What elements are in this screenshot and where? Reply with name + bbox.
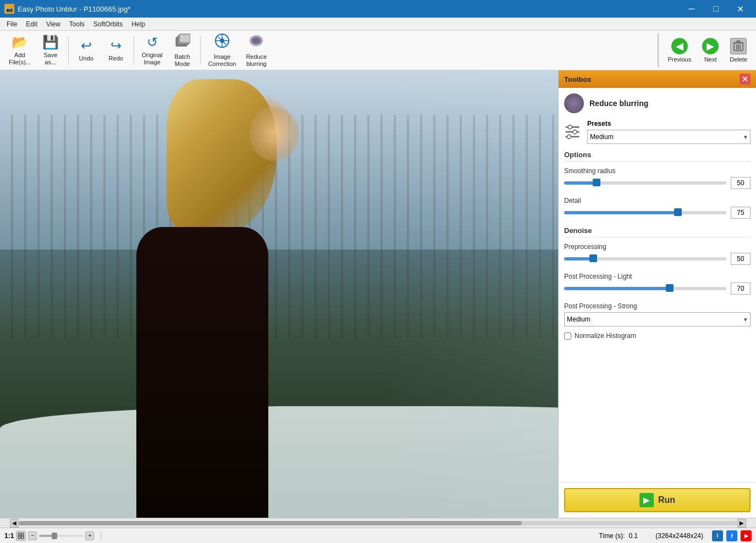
zoom-out-button[interactable]: − (28, 531, 37, 540)
post-light-track[interactable] (564, 287, 726, 290)
scroll-right-button[interactable]: ▶ (737, 519, 746, 528)
preprocessing-label: Preprocessing (564, 243, 751, 251)
save-icon: 💾 (42, 35, 59, 50)
add-files-button[interactable]: 📂 AddFile(s)... (4, 34, 35, 68)
smoothing-radius-track[interactable] (564, 181, 726, 185)
detail-fill (564, 211, 678, 214)
maximize-button[interactable]: □ (704, 0, 727, 18)
run-icon: ▶ (639, 493, 654, 507)
zoom-in-button[interactable]: + (85, 531, 94, 540)
redo-icon: ↪ (111, 38, 122, 53)
smoothing-radius-thumb[interactable] (593, 179, 600, 186)
menu-edit[interactable]: Edit (21, 19, 42, 29)
reduce-blurring-label: Reduceblurring (246, 53, 267, 68)
post-strong-label: Post Processing - Strong (564, 302, 751, 310)
detail-value[interactable]: 75 (731, 207, 751, 219)
facebook-icon[interactable]: f (726, 530, 737, 541)
menu-softorbits[interactable]: SoftOrbits (89, 19, 127, 29)
smoothing-radius-label: Smoothing radius (564, 167, 751, 175)
post-light-thumb[interactable] (666, 284, 674, 292)
image-correction-button[interactable]: ImageCorrection (204, 34, 241, 68)
horizontal-scrollbar: ◀ ▶ (0, 518, 756, 528)
next-button[interactable]: ▶ Next (698, 36, 723, 65)
normalize-histogram-row: Normalize Histogram (564, 332, 751, 340)
toolbar-right: ◀ Previous ▶ Next Delete (658, 34, 752, 68)
original-image-button[interactable]: ↺ OriginalImage (137, 34, 167, 68)
presets-select[interactable]: Medium Low High Custom (587, 130, 751, 144)
titlebar-left: 📷 Easy Photo Unblur - P1100665.jpg* (4, 4, 130, 14)
status-time-label: Time (s): 0.1 (599, 532, 638, 540)
app-title: Easy Photo Unblur - P1100665.jpg* (18, 5, 130, 13)
youtube-icon[interactable]: ▶ (741, 530, 752, 541)
normalize-histogram-label[interactable]: Normalize Histogram (575, 332, 636, 340)
detail-label: Detail (564, 197, 751, 204)
menu-file[interactable]: File (2, 19, 21, 29)
detail-track[interactable] (564, 211, 726, 214)
toolbar-sep-3 (200, 36, 201, 65)
undo-icon: ↩ (81, 38, 92, 53)
post-strong-row: Post Processing - Strong Medium Low High… (564, 302, 751, 326)
preprocessing-thumb[interactable] (589, 254, 597, 262)
scroll-track[interactable] (19, 521, 737, 525)
zoom-controls: 1:1 − + (4, 531, 101, 541)
run-label: Run (658, 495, 675, 505)
reduce-blur-icon (564, 93, 584, 113)
delete-icon (730, 38, 747, 54)
toolbox-panel: Toolbox ✕ Reduce blurring (558, 70, 756, 518)
redo-button[interactable]: ↪ Redo (102, 34, 130, 68)
presets-select-wrapper: Medium Low High Custom ▼ (587, 130, 751, 144)
toolbar: 📂 AddFile(s)... 💾 Saveas... ↩ Undo ↪ Red… (0, 31, 756, 70)
run-section: ▶ Run (559, 482, 756, 518)
smoothing-radius-value[interactable]: 50 (731, 177, 751, 189)
scroll-thumb[interactable] (19, 521, 522, 525)
batch-mode-label: BatchMode (175, 53, 190, 68)
detail-thumb[interactable] (674, 208, 682, 216)
undo-button[interactable]: ↩ Undo (72, 34, 101, 68)
menubar: File Edit View Tools SoftOrbits Help (0, 18, 756, 31)
next-icon: ▶ (702, 38, 719, 54)
batch-mode-button[interactable]: BatchMode (168, 34, 197, 68)
save-as-button[interactable]: 💾 Saveas... (36, 34, 65, 68)
delete-button[interactable]: Delete (725, 36, 752, 65)
post-light-fill (564, 287, 670, 290)
toolbar-sep-1 (68, 36, 69, 65)
minimize-button[interactable]: ─ (680, 0, 703, 18)
post-strong-select-wrapper: Medium Low High None ▼ (564, 312, 751, 326)
toolbox-close-button[interactable]: ✕ (740, 74, 751, 85)
svg-point-18 (567, 135, 571, 138)
previous-button[interactable]: ◀ Previous (663, 36, 696, 65)
menu-tools[interactable]: Tools (65, 19, 89, 29)
normalize-histogram-checkbox[interactable] (564, 333, 571, 340)
close-button[interactable]: ✕ (729, 0, 752, 18)
preprocessing-row: Preprocessing 50 (564, 243, 751, 265)
preprocessing-track[interactable] (564, 257, 726, 261)
svg-rect-2 (179, 34, 190, 43)
detail-row: Detail 75 (564, 197, 751, 219)
titlebar-controls: ─ □ ✕ (680, 0, 752, 18)
add-files-icon: 📂 (12, 35, 28, 50)
preprocessing-value[interactable]: 50 (731, 253, 751, 265)
scroll-left-button[interactable]: ◀ (10, 519, 19, 528)
status-dimensions: (3264x2448x24) (655, 532, 703, 540)
svg-rect-21 (18, 536, 20, 539)
menu-view[interactable]: View (42, 19, 65, 29)
zoom-slider[interactable] (39, 535, 83, 537)
reduce-blurring-button[interactable]: Reduceblurring (241, 34, 271, 68)
info-icon[interactable]: i (712, 530, 723, 541)
toolbox-title: Toolbox (564, 75, 592, 84)
svg-point-14 (568, 125, 572, 129)
presets-icon (564, 124, 582, 140)
menu-help[interactable]: Help (127, 19, 150, 29)
presets-label: Presets (587, 120, 751, 128)
batch-icon (175, 33, 190, 52)
post-light-value[interactable]: 70 (731, 282, 751, 295)
post-light-row: Post Processing - Light 70 (564, 273, 751, 295)
zoom-fit-button[interactable] (16, 531, 26, 541)
reduce-blur-section: Reduce blurring (564, 93, 751, 113)
post-strong-select[interactable]: Medium Low High None (564, 312, 751, 326)
reduce-blur-title: Reduce blurring (589, 99, 648, 108)
detail-container: 75 (564, 207, 751, 219)
zoom-slider-thumb[interactable] (52, 533, 57, 539)
run-button[interactable]: ▶ Run (564, 488, 751, 512)
redo-label: Redo (109, 55, 123, 62)
